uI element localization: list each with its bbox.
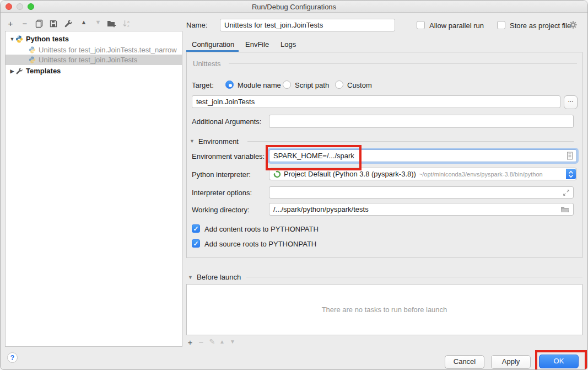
target-script-path-radio[interactable]: [283, 81, 291, 89]
before-launch-tasks-panel: There are no tasks to run before launch: [186, 284, 582, 335]
tree-item-label: Templates: [26, 67, 61, 75]
before-launch-collapse-icon[interactable]: ▼: [188, 275, 193, 280]
python-interpreter-label: Python interpreter:: [192, 170, 251, 179]
working-directory-input[interactable]: [269, 203, 574, 216]
store-as-project-file-checkbox[interactable]: [497, 21, 505, 29]
module-name-input[interactable]: [192, 95, 560, 108]
tree-item-python-tests[interactable]: ▼ Python tests: [6, 34, 182, 44]
browse-environment-variables-icon[interactable]: [566, 152, 574, 162]
additional-arguments-label: Additional Arguments:: [192, 117, 261, 126]
environment-variables-label: Environment variables:: [192, 152, 265, 160]
target-module-name-radio[interactable]: [225, 81, 234, 89]
ok-button[interactable]: OK: [539, 355, 579, 368]
tab-envfile[interactable]: EnvFile: [245, 40, 269, 49]
python-interpreter-path: ~/opt/miniconda3/envs/pyspark-3.8/bin/py…: [419, 171, 543, 178]
new-folder-icon[interactable]: [107, 19, 116, 30]
sort-configurations-icon: az: [122, 19, 131, 30]
before-launch-title: Before launch: [197, 273, 241, 281]
interpreter-options-label: Interpreter options:: [192, 189, 252, 197]
browse-module-button[interactable]: ...: [564, 95, 578, 109]
collapse-arrow-icon[interactable]: ▼: [9, 36, 15, 42]
interpreter-options-input[interactable]: [269, 186, 574, 199]
tree-item-templates[interactable]: ▶ Templates: [6, 66, 182, 76]
apply-button[interactable]: Apply: [491, 355, 531, 369]
tree-item-label: Unittests for test_join.JoinTests: [39, 56, 137, 64]
title-bar: Run/Debug Configurations: [1, 1, 587, 13]
python-test-icon: [29, 56, 36, 63]
store-settings-gear-icon[interactable]: [569, 20, 578, 31]
tree-item-unittests-narrow[interactable]: Unittests for test_join.JoinTests.test_n…: [6, 45, 182, 55]
target-label: Target:: [192, 81, 214, 89]
allow-parallel-run-label: Allow parallel run: [429, 22, 484, 30]
window-title: Run/Debug Configurations: [1, 3, 587, 11]
move-down-icon: ▼: [93, 19, 104, 25]
conda-environment-icon: [273, 170, 281, 178]
additional-arguments-input[interactable]: [269, 115, 574, 128]
browse-folder-icon[interactable]: [560, 205, 569, 216]
tree-item-label: Python tests: [26, 35, 69, 43]
before-launch-add-icon[interactable]: +: [185, 337, 196, 347]
add-content-roots-checkbox[interactable]: ✓: [192, 224, 200, 233]
help-button[interactable]: ?: [7, 352, 18, 363]
add-content-roots-label: Add content roots to PYTHONPATH: [204, 225, 319, 233]
tree-item-label: Unittests for test_join.JoinTests.test_n…: [39, 46, 177, 54]
before-launch-edit-icon: ✎: [207, 337, 218, 346]
copy-configuration-icon[interactable]: [35, 19, 44, 30]
tab-logs[interactable]: Logs: [280, 40, 296, 49]
select-stepper-icon[interactable]: [566, 169, 576, 179]
before-launch-empty-text: There are no tasks to run before launch: [322, 305, 447, 314]
target-module-name-label: Module name: [238, 81, 281, 89]
environment-variables-input[interactable]: [269, 149, 577, 162]
expand-arrow-icon[interactable]: ▶: [9, 68, 15, 74]
remove-configuration-icon[interactable]: −: [19, 19, 30, 28]
store-as-project-file-label: Store as project file: [510, 22, 571, 30]
allow-parallel-run-checkbox[interactable]: [417, 21, 425, 29]
expand-editor-icon[interactable]: [563, 189, 570, 199]
svg-text:z: z: [127, 24, 130, 28]
add-source-roots-checkbox[interactable]: ✓: [192, 239, 200, 248]
before-launch-move-up-icon: ▲: [217, 339, 228, 345]
move-up-icon[interactable]: ▲: [78, 19, 89, 25]
before-launch-remove-icon: −: [196, 337, 207, 347]
save-configuration-icon[interactable]: [49, 19, 58, 30]
working-directory-label: Working directory:: [192, 206, 250, 214]
configurations-tree: ▼ Python tests Unittests for test_join.J…: [5, 31, 182, 347]
edit-templates-icon[interactable]: [64, 19, 73, 30]
python-interpreter-value: Project Default (Python 3.8 (pyspark-3.8…: [284, 170, 416, 178]
target-script-path-label: Script path: [295, 81, 329, 89]
before-launch-move-down-icon: ▼: [227, 339, 238, 345]
cancel-button[interactable]: Cancel: [445, 355, 484, 369]
tree-item-unittests-jointests-selected[interactable]: Unittests for test_join.JoinTests: [6, 55, 182, 65]
environment-collapse-icon[interactable]: ▼: [190, 138, 195, 144]
add-source-roots-label: Add source roots to PYTHONPATH: [204, 240, 316, 248]
name-label: Name:: [186, 21, 207, 29]
svg-text:a: a: [127, 20, 130, 24]
target-custom-radio[interactable]: [335, 81, 343, 89]
active-tab-underline: [186, 50, 239, 52]
run-debug-configurations-dialog: Run/Debug Configurations + − ▲ ▼ az ▼ Py…: [0, 0, 588, 370]
python-tests-icon: [15, 35, 23, 43]
tab-configuration[interactable]: Configuration: [192, 40, 234, 49]
python-test-icon: [29, 46, 36, 53]
templates-wrench-icon: [15, 67, 23, 75]
unittests-group-title: Unittests: [193, 60, 221, 68]
environment-group-title: Environment: [198, 137, 239, 146]
check-icon: ✓: [193, 240, 198, 248]
python-interpreter-select[interactable]: Project Default (Python 3.8 (pyspark-3.8…: [269, 168, 577, 180]
check-icon: ✓: [193, 225, 198, 233]
target-custom-label: Custom: [347, 81, 372, 89]
add-configuration-icon[interactable]: +: [5, 19, 16, 28]
name-input[interactable]: [220, 19, 395, 31]
